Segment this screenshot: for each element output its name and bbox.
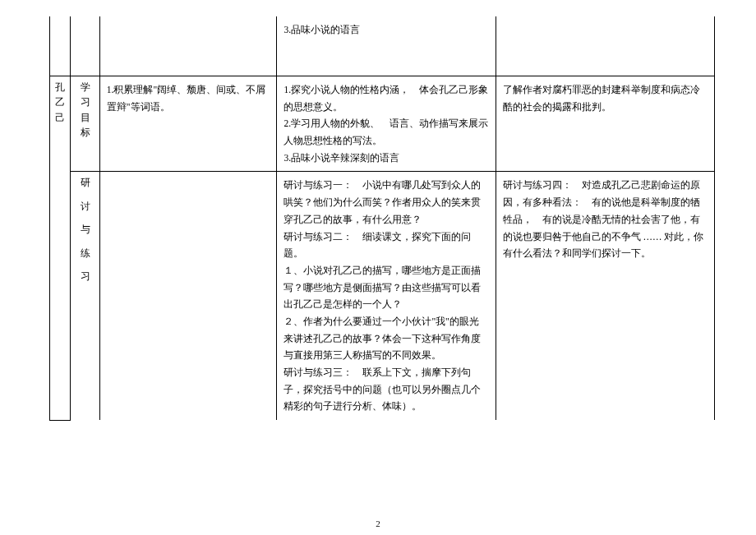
goals-colC: 了解作者对腐朽罪恶的封建科举制度和病态冷酷的社会的揭露和批判。	[496, 76, 714, 172]
page-number: 2	[0, 519, 756, 528]
colA-top-empty	[99, 16, 277, 76]
practice-row: 研讨与练习 研讨与练习一： 小说中有哪几处写到众人的哄笑？他们为什么而笑？作者用…	[50, 172, 715, 420]
colB-top: 3.品味小说的语言	[277, 16, 496, 76]
practice-colB: 研讨与练习一： 小说中有哪几处写到众人的哄笑？他们为什么而笑？作者用众人的笑来贯…	[277, 172, 496, 420]
goals-row: 孔 乙 己 学习目标 1.积累理解"阔绰、颓唐、间或、不屑置辩"等词语。 1.探…	[50, 76, 715, 172]
goals-colA: 1.积累理解"阔绰、颓唐、间或、不屑置辩"等词语。	[99, 76, 277, 172]
goals-label: 学习目标	[71, 76, 100, 172]
goals-colB: 1.探究小说人物的性格内涵， 体会孔乙己形象的思想意义。 2.学习用人物的外貌、…	[277, 76, 496, 172]
spine-char-1: 孔	[52, 80, 68, 95]
label-top-empty	[71, 16, 100, 76]
spine-char-2: 乙	[52, 95, 68, 109]
practice-colC: 研讨与练习四： 对造成孔乙己悲剧命运的原因，有多种看法： 有的说他是科举制度的牺…	[496, 172, 714, 420]
lesson-plan-table: 3.品味小说的语言 孔 乙 己 学习目标 1.积累理解"阔绰、颓唐、间或、不屑置…	[49, 16, 715, 421]
spine-top-empty	[50, 16, 71, 76]
colC-top-empty	[496, 16, 714, 76]
practice-colA	[99, 172, 277, 420]
top-partial-row: 3.品味小说的语言	[50, 16, 715, 76]
spine-char-3: 己	[52, 110, 68, 125]
practice-label: 研讨与练习	[71, 172, 100, 420]
spine-title: 孔 乙 己	[50, 76, 71, 421]
